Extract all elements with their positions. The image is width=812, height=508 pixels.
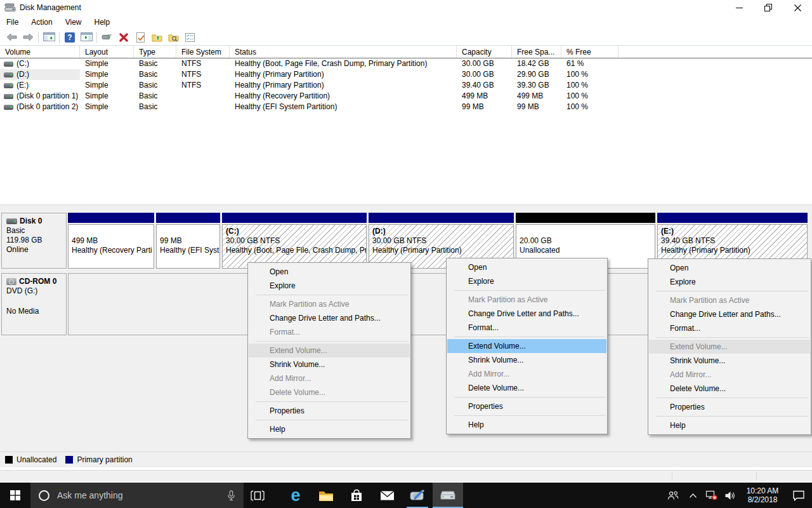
menu-action[interactable]: Action xyxy=(25,16,58,29)
menu-item-mark-active[interactable]: Mark Partition as Active xyxy=(649,293,810,307)
column-header-layout[interactable]: Layout xyxy=(80,46,134,58)
clock[interactable]: 10:20 AM 8/2/2018 xyxy=(740,483,785,508)
partition-c[interactable]: (C:) 30.00 GB NTFS Healthy (Boot, Page F… xyxy=(222,213,367,269)
partition-color-bar xyxy=(369,213,514,223)
people-button[interactable] xyxy=(662,483,684,508)
task-view-button[interactable] xyxy=(244,483,272,508)
taskbar-mail-icon[interactable] xyxy=(372,483,402,508)
check-document-icon[interactable] xyxy=(132,30,148,44)
pane-splitter[interactable] xyxy=(0,204,812,210)
volume-button[interactable] xyxy=(721,483,740,508)
menu-item-help[interactable]: Help xyxy=(649,418,810,432)
menu-item-shrink-volume[interactable]: Shrink Volume... xyxy=(649,354,810,368)
search-input[interactable]: Ask me anything xyxy=(57,490,227,500)
close-button[interactable] xyxy=(783,0,812,15)
menu-item-format[interactable]: Format... xyxy=(649,321,810,335)
view-options-icon[interactable] xyxy=(181,30,198,44)
taskbar-store-icon[interactable] xyxy=(341,483,372,508)
volume-name: (Disk 0 partition 1) xyxy=(16,91,78,102)
microphone-icon[interactable] xyxy=(227,490,235,501)
menu-item-format[interactable]: Format... xyxy=(249,325,410,339)
action-center-icon xyxy=(792,490,805,501)
menu-item-open[interactable]: Open xyxy=(649,261,810,275)
menu-item-open[interactable]: Open xyxy=(447,260,606,274)
menu-item-help[interactable]: Help xyxy=(249,422,410,436)
menu-item-shrink-volume[interactable]: Shrink Volume... xyxy=(249,358,410,371)
column-header-filesystem[interactable]: File System xyxy=(176,46,230,58)
table-row[interactable]: (Disk 0 partition 1) Simple Basic Health… xyxy=(0,91,812,102)
menu-item-extend-volume[interactable]: Extend Volume... xyxy=(447,339,606,353)
menu-item-mark-active[interactable]: Mark Partition as Active xyxy=(249,297,410,311)
taskbar-partition-tool-icon[interactable] xyxy=(402,483,433,508)
minimize-button[interactable] xyxy=(724,0,754,15)
action-center-button[interactable] xyxy=(785,483,812,508)
menu-item-add-mirror[interactable]: Add Mirror... xyxy=(447,367,606,381)
table-row[interactable]: (Disk 0 partition 2) Simple Basic Health… xyxy=(0,102,812,112)
folder-up-icon[interactable] xyxy=(148,30,165,44)
table-row[interactable]: (D:) Simple Basic NTFS Healthy (Primary … xyxy=(0,69,812,80)
network-button[interactable] xyxy=(702,483,721,508)
show-hide-console-icon[interactable] xyxy=(78,30,95,44)
taskbar-disk-management-icon[interactable] xyxy=(433,483,463,508)
menu-item-change-letter[interactable]: Change Drive Letter and Paths... xyxy=(249,311,410,325)
menu-item-help[interactable]: Help xyxy=(447,418,606,432)
column-header-pctfree[interactable]: % Free xyxy=(561,46,619,58)
menu-separator xyxy=(656,337,809,338)
menu-item-properties[interactable]: Properties xyxy=(249,404,410,418)
show-hidden-icons-button[interactable] xyxy=(684,483,702,508)
menu-item-change-letter[interactable]: Change Drive Letter and Paths... xyxy=(447,307,606,321)
menu-item-extend-volume[interactable]: Extend Volume... xyxy=(249,344,410,358)
menu-item-properties[interactable]: Properties xyxy=(649,400,810,414)
cdrom-media-status: No Media xyxy=(6,307,65,316)
menu-item-properties[interactable]: Properties xyxy=(447,399,606,413)
column-header-freespace[interactable]: Free Spa... xyxy=(512,46,561,58)
taskbar-file-explorer-icon[interactable] xyxy=(311,483,341,508)
properties-device-icon[interactable] xyxy=(99,30,115,44)
menu-file[interactable]: File xyxy=(0,16,25,29)
menu-item-delete-volume[interactable]: Delete Volume... xyxy=(649,382,810,396)
folder-search-icon[interactable] xyxy=(165,30,181,44)
start-button[interactable] xyxy=(0,483,30,508)
delete-volume-icon[interactable] xyxy=(115,30,132,44)
menu-item-explore[interactable]: Explore xyxy=(649,275,810,289)
help-icon[interactable]: ? xyxy=(62,30,78,44)
table-row[interactable]: (E:) Simple Basic NTFS Healthy (Primary … xyxy=(0,80,812,91)
restore-button[interactable] xyxy=(754,0,783,15)
status-bar xyxy=(0,470,812,481)
menu-item-extend-volume[interactable]: Extend Volume... xyxy=(649,340,810,354)
menu-help[interactable]: Help xyxy=(88,16,117,29)
back-arrow-icon[interactable] xyxy=(3,30,20,44)
legend-bar: Unallocated Primary partition xyxy=(0,451,812,467)
column-header-volume[interactable]: Volume xyxy=(0,46,80,58)
menu-item-change-letter[interactable]: Change Drive Letter and Paths... xyxy=(649,307,810,321)
menu-item-add-mirror[interactable]: Add Mirror... xyxy=(649,368,810,382)
partition-efi[interactable]: 99 MB Healthy (EFI Syst xyxy=(156,213,220,269)
cdrom-drive-letter: DVD (G:) xyxy=(6,286,65,296)
volume-name: (D:) xyxy=(16,69,29,80)
column-header-capacity[interactable]: Capacity xyxy=(457,46,512,58)
statusbar-separator xyxy=(756,472,757,480)
disk0-label[interactable]: Disk 0 Basic 119.98 GB Online xyxy=(1,213,67,269)
console-tree-icon[interactable] xyxy=(41,30,57,44)
menu-item-explore[interactable]: Explore xyxy=(249,279,410,293)
menu-view[interactable]: View xyxy=(59,16,88,29)
menu-item-mark-active[interactable]: Mark Partition as Active xyxy=(447,293,606,307)
menu-item-delete-volume[interactable]: Delete Volume... xyxy=(249,385,410,399)
table-row[interactable]: (C:) Simple Basic NTFS Healthy (Boot, Pa… xyxy=(0,58,812,69)
menu-item-format[interactable]: Format... xyxy=(447,321,606,335)
partition-recovery[interactable]: 499 MB Healthy (Recovery Parti xyxy=(68,213,154,269)
volume-icon xyxy=(4,72,13,77)
menu-item-delete-volume[interactable]: Delete Volume... xyxy=(447,381,606,395)
taskbar-edge-icon[interactable]: e xyxy=(280,483,311,508)
title-bar: Disk Management xyxy=(0,0,812,15)
menu-item-explore[interactable]: Explore xyxy=(447,274,606,288)
mail-icon xyxy=(380,490,395,501)
forward-arrow-icon[interactable] xyxy=(20,30,36,44)
column-header-type[interactable]: Type xyxy=(134,46,176,58)
cdrom-label[interactable]: CD-ROM 0 DVD (G:) No Media xyxy=(1,273,67,335)
menu-item-open[interactable]: Open xyxy=(249,265,410,279)
menu-item-add-mirror[interactable]: Add Mirror... xyxy=(249,371,410,385)
column-header-status[interactable]: Status xyxy=(230,46,457,58)
cortana-search-box[interactable]: Ask me anything xyxy=(30,483,244,508)
menu-item-shrink-volume[interactable]: Shrink Volume... xyxy=(447,353,606,367)
